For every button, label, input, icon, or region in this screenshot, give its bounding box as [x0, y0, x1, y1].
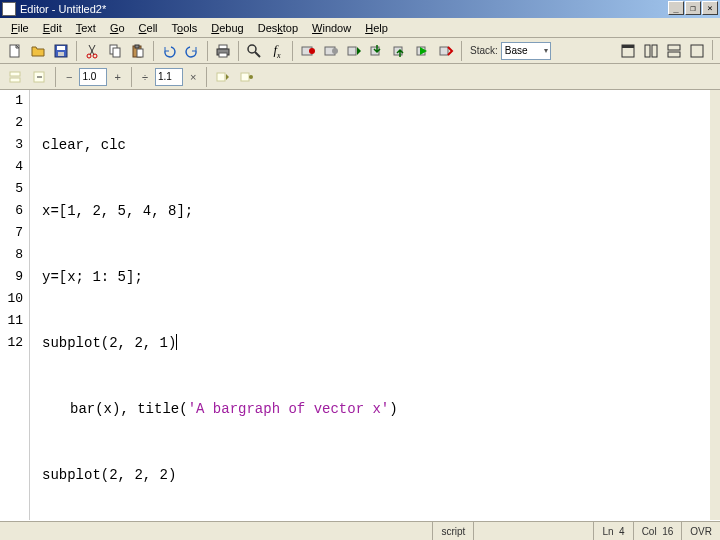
- svg-rect-19: [348, 47, 356, 55]
- svg-rect-7: [113, 48, 120, 57]
- find-button[interactable]: [243, 40, 265, 62]
- code-line[interactable]: bar(x), title('A bargraph of vector x'): [42, 398, 710, 420]
- function-button[interactable]: fx: [266, 40, 288, 62]
- menu-cell[interactable]: Cell: [132, 20, 165, 36]
- redo-button[interactable]: [181, 40, 203, 62]
- paste-button[interactable]: [127, 40, 149, 62]
- svg-rect-13: [219, 53, 227, 57]
- svg-point-4: [87, 54, 91, 58]
- svg-rect-2: [57, 46, 65, 50]
- toolbar-separator: [131, 67, 132, 87]
- status-col: Col 16: [633, 522, 682, 540]
- vertical-scrollbar[interactable]: [710, 90, 720, 520]
- toolbar-separator: [76, 41, 77, 61]
- step-out-button[interactable]: [389, 40, 411, 62]
- increment-value-input[interactable]: 1.0: [79, 68, 107, 86]
- svg-point-14: [248, 45, 256, 53]
- divide-button[interactable]: ÷: [137, 69, 153, 85]
- menu-text[interactable]: Text: [69, 20, 103, 36]
- toolbar-separator: [238, 41, 239, 61]
- status-spacer: [473, 522, 593, 540]
- code-line[interactable]: y=[x; 1: 5];: [42, 266, 710, 288]
- dock-button-1[interactable]: [617, 40, 639, 62]
- line-number: 1: [0, 90, 29, 112]
- toolbar-separator: [712, 40, 713, 60]
- svg-rect-25: [622, 45, 634, 48]
- menu-go[interactable]: Go: [103, 20, 132, 36]
- text-cursor: [176, 334, 177, 350]
- line-number: 10: [0, 288, 29, 310]
- toolbar-separator: [153, 41, 154, 61]
- stack-dropdown[interactable]: Base: [501, 42, 551, 60]
- editor-area[interactable]: 1 2 3 4 5 6 7 8 9 10 11 12 clear, clc x=…: [0, 90, 710, 520]
- svg-rect-29: [668, 52, 680, 57]
- svg-rect-34: [217, 73, 225, 81]
- dock-button-2[interactable]: [640, 40, 662, 62]
- menu-desktop[interactable]: Desktop: [251, 20, 305, 36]
- stack-label: Stack:: [470, 45, 498, 56]
- line-number: 4: [0, 156, 29, 178]
- app-icon: [2, 2, 16, 16]
- undo-button[interactable]: [158, 40, 180, 62]
- close-button[interactable]: ×: [702, 1, 718, 15]
- dock-button-4[interactable]: [686, 40, 708, 62]
- clear-breakpoints-button[interactable]: [320, 40, 342, 62]
- menu-help[interactable]: Help: [358, 20, 395, 36]
- line-number: 8: [0, 244, 29, 266]
- toolbar-separator: [206, 67, 207, 87]
- save-button[interactable]: [50, 40, 72, 62]
- new-file-button[interactable]: [4, 40, 26, 62]
- code-line[interactable]: subplot(2, 2, 2): [42, 464, 710, 486]
- print-button[interactable]: [212, 40, 234, 62]
- line-number: 7: [0, 222, 29, 244]
- line-number: 12: [0, 332, 29, 354]
- increment-button[interactable]: +: [109, 69, 125, 85]
- cell-advance-button[interactable]: [212, 66, 234, 88]
- cell-run-button[interactable]: [236, 66, 258, 88]
- maximize-button[interactable]: ❐: [685, 1, 701, 15]
- open-file-button[interactable]: [27, 40, 49, 62]
- step-button[interactable]: [343, 40, 365, 62]
- exit-debug-button[interactable]: [435, 40, 457, 62]
- window-controls: _ ❐ ×: [668, 1, 718, 15]
- line-number: 3: [0, 134, 29, 156]
- step-in-button[interactable]: [366, 40, 388, 62]
- titlebar: Editor - Untitled2* _ ❐ ×: [0, 0, 720, 18]
- set-breakpoint-button[interactable]: [297, 40, 319, 62]
- svg-rect-28: [668, 45, 680, 50]
- code-line[interactable]: subplot(2, 2, 1): [42, 332, 710, 354]
- toolbar-main: fx Stack: Base: [0, 38, 720, 64]
- status-mode: script: [432, 522, 473, 540]
- decrement-button[interactable]: −: [61, 69, 77, 85]
- toolbar-secondary: − 1.0 + ÷ 1.1 ×: [0, 64, 720, 90]
- menu-window[interactable]: Window: [305, 20, 358, 36]
- svg-rect-32: [10, 78, 20, 82]
- toolbar-separator: [55, 67, 56, 87]
- code-line[interactable]: clear, clc: [42, 134, 710, 156]
- window-title: Editor - Untitled2*: [20, 3, 106, 15]
- cell-eval-button[interactable]: [28, 66, 50, 88]
- svg-rect-3: [58, 52, 64, 56]
- minimize-button[interactable]: _: [668, 1, 684, 15]
- svg-point-16: [309, 48, 315, 54]
- multiply-value-input[interactable]: 1.1: [155, 68, 183, 86]
- menu-tools[interactable]: Tools: [165, 20, 205, 36]
- svg-point-36: [249, 75, 253, 79]
- svg-point-5: [93, 54, 97, 58]
- menu-file[interactable]: File: [4, 20, 36, 36]
- line-number: 5: [0, 178, 29, 200]
- code-editor[interactable]: clear, clc x=[1, 2, 5, 4, 8]; y=[x; 1: 5…: [30, 90, 710, 520]
- multiply-button[interactable]: ×: [185, 69, 201, 85]
- cut-button[interactable]: [81, 40, 103, 62]
- run-button[interactable]: [412, 40, 434, 62]
- menu-debug[interactable]: Debug: [204, 20, 250, 36]
- code-line[interactable]: x=[1, 2, 5, 4, 8];: [42, 200, 710, 222]
- line-number: 2: [0, 112, 29, 134]
- svg-rect-10: [137, 49, 143, 57]
- dock-button-3[interactable]: [663, 40, 685, 62]
- menu-edit[interactable]: Edit: [36, 20, 69, 36]
- cell-break-button[interactable]: [4, 66, 26, 88]
- svg-rect-35: [241, 73, 249, 81]
- status-ovr: OVR: [681, 522, 720, 540]
- copy-button[interactable]: [104, 40, 126, 62]
